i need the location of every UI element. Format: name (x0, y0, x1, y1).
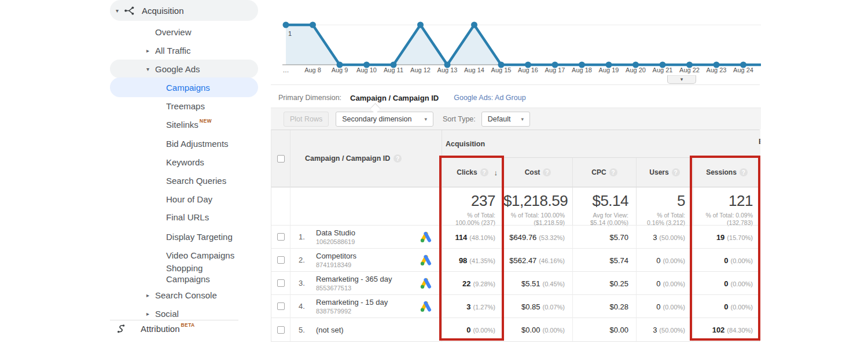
cell-cpc: $0.00 (572, 318, 636, 341)
chevron-right-icon: ▸ (146, 311, 155, 317)
sidebar-item-search-queries[interactable]: Search Queries (110, 171, 258, 190)
help-icon[interactable]: ? (393, 154, 402, 163)
column-header-cpc[interactable]: CPC? (572, 158, 636, 187)
cell-sessions: 19(15.70%) (693, 225, 760, 248)
sidebar-item-label: Hour of Day (166, 194, 212, 204)
dimension-tab-campaign-id[interactable]: Campaign / Campaign ID (350, 94, 439, 102)
sidebar-item-sitelinks[interactable]: SitelinksNEW (110, 115, 258, 134)
sidebar-item-treemaps[interactable]: Treemaps (110, 97, 258, 115)
x-axis-tick-label: Aug 14 (464, 67, 484, 73)
column-header-sessions[interactable]: Sessions? (693, 158, 760, 187)
x-axis-tick-label: … (283, 67, 289, 73)
analytics-campaigns-report: ▾AcquisitionOverview▸All Traffic▾Google … (0, 0, 868, 347)
x-axis-tick-label: Aug 11 (384, 67, 403, 73)
chart-collapse-button[interactable]: ▾ (667, 75, 696, 84)
help-icon[interactable]: ? (740, 168, 748, 176)
cell-users: 0(0.00%) (636, 294, 693, 318)
sort-descending-icon: ↓ (494, 168, 498, 177)
campaign-id: 8553677513 (316, 285, 392, 291)
campaign-name-link[interactable]: Remarketing - 365 day (316, 275, 392, 283)
sidebar-item-final-urls[interactable]: Final URLs (110, 208, 258, 226)
campaign-name-link[interactable]: Competitors (316, 252, 356, 260)
x-axis-tick-label: Aug 13 (437, 67, 458, 73)
sidebar-item-search-console[interactable]: ▸Search Console (110, 286, 258, 304)
sidebar-item-display-targeting[interactable]: Display Targeting (110, 227, 258, 246)
table-row-campaign-cell: 1.Data Studio10620588619 (290, 225, 442, 248)
row-checkbox[interactable] (277, 256, 285, 264)
row-checkbox[interactable] (277, 326, 285, 334)
table-row-campaign-cell: 2.Competitors8741918349 (290, 248, 442, 271)
x-axis-tick-label: Aug 19 (599, 67, 619, 73)
chevron-down-icon: ▾ (146, 66, 155, 72)
primary-dimension-bar: Primary Dimension: Campaign / Campaign I… (271, 88, 761, 108)
cell-clicks: 98(41.35%) (442, 248, 503, 271)
google-ads-icon (420, 254, 432, 266)
new-feature-badge: BETA (181, 322, 195, 328)
sidebar-item-attribution[interactable]: AttributionBETA (110, 319, 258, 338)
column-header-clicks[interactable]: Clicks?↓ (442, 158, 503, 187)
chevron-down-icon: ▾ (681, 76, 683, 82)
cell-users: 0(0.00%) (636, 271, 693, 294)
column-header-users[interactable]: Users? (636, 158, 693, 187)
x-axis-tick-label: Aug 18 (572, 67, 592, 73)
x-axis-tick-label: Aug 9 (332, 67, 348, 73)
sidebar-item-label: Acquisition (142, 6, 184, 16)
cell-users: 0(0.00%) (636, 248, 693, 271)
sidebar-item-hour-of-day[interactable]: Hour of Day (110, 190, 258, 208)
campaign-id: 8741918349 (316, 261, 356, 268)
x-axis-tick-label: Aug 10 (356, 67, 377, 73)
help-icon[interactable]: ? (543, 168, 551, 176)
column-header-cost[interactable]: Cost? (503, 158, 572, 187)
campaign-column-header[interactable]: Campaign / Campaign ID ? (290, 130, 442, 187)
select-all-checkbox[interactable] (277, 155, 285, 163)
sidebar-item-campaigns[interactable]: Campaigns (110, 77, 258, 97)
sidebar-item-label: Search Console (155, 290, 217, 300)
sidebar-item-overview[interactable]: Overview (110, 23, 258, 41)
chevron-down-icon: ▾ (521, 116, 524, 122)
cell-clicks: 22(9.28%) (442, 271, 503, 294)
chevron-down-icon: ▾ (116, 8, 124, 14)
sidebar-item-label: Search Queries (166, 176, 226, 186)
campaign-name-link[interactable]: (not set) (316, 326, 344, 334)
cell-sessions: 0(0.00%) (693, 271, 760, 294)
sidebar-item-shopping-campaigns[interactable]: Shopping Campaigns (110, 259, 258, 288)
cell-sessions: 0(0.00%) (693, 248, 760, 271)
secondary-dimension-dropdown[interactable]: Secondary dimension ▾ (336, 112, 433, 127)
row-checkbox-cell (271, 294, 290, 318)
row-checkbox-cell (271, 318, 290, 341)
help-icon[interactable]: ? (480, 168, 488, 176)
totals-sessions: 121% of Total: 0.09%(132,783) (693, 187, 760, 225)
campaign-name-link[interactable]: Data Studio (316, 228, 355, 237)
dimension-tab-ad-group[interactable]: Google Ads: Ad Group (454, 94, 525, 102)
totals-cpc: $5.14Avg for View:$5.14 (0.00%) (572, 187, 636, 225)
sidebar-item-all-traffic[interactable]: ▸All Traffic (110, 41, 258, 60)
sort-type-dropdown[interactable]: Default ▾ (481, 112, 530, 127)
google-ads-icon (420, 254, 432, 266)
sidebar-item-label: Shopping Campaigns (166, 263, 230, 285)
line-chart-svg: 1…Aug 8Aug 9Aug 10Aug 11Aug 12Aug 13Aug … (271, 0, 761, 84)
x-axis-tick-label: Aug 17 (545, 67, 565, 73)
help-icon[interactable]: ? (672, 168, 680, 176)
plot-rows-button[interactable]: Plot Rows (284, 112, 329, 127)
sort-type-label: Sort Type: (443, 115, 476, 123)
row-checkbox[interactable] (277, 302, 285, 310)
google-ads-icon (420, 231, 432, 243)
help-icon[interactable]: ? (609, 168, 617, 176)
sidebar-item-bid-adjustments[interactable]: Bid Adjustments (110, 134, 258, 153)
sidebar-item-label: Sitelinks (166, 120, 198, 130)
sidebar-item-label: Keywords (166, 157, 204, 167)
totals-empty-cell (290, 187, 442, 225)
row-index: 5. (299, 326, 316, 334)
sidebar-item-keywords[interactable]: Keywords (110, 153, 258, 171)
row-index: 3. (299, 279, 316, 287)
x-axis-tick-label: Aug 21 (653, 67, 673, 73)
sidebar-item-google-ads[interactable]: ▾Google Ads (110, 60, 258, 78)
cell-users: 3(50.00%) (636, 225, 693, 248)
row-checkbox[interactable] (277, 233, 285, 241)
campaign-name-link[interactable]: Remarketing - 15 day (316, 298, 388, 307)
row-checkbox[interactable] (277, 279, 285, 287)
sidebar-item-label: Google Ads (155, 64, 200, 74)
sidebar-item-label: All Traffic (155, 46, 190, 56)
sidebar-item-acquisition[interactable]: ▾Acquisition (110, 0, 258, 21)
header-checkbox-cell (271, 130, 290, 187)
